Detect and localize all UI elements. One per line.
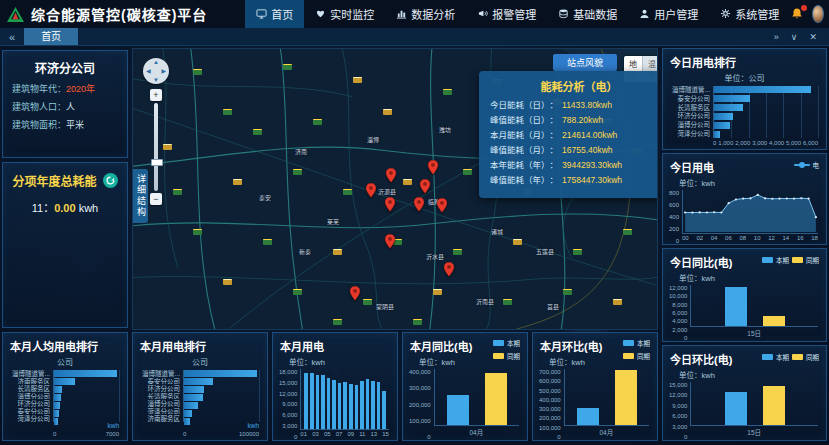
pan-left-icon[interactable]: ◀ [146,67,151,74]
road-shield-icon [283,64,292,70]
pan-up-icon[interactable]: ▲ [153,59,159,65]
nav-item-7[interactable]: 系统管理 [709,0,790,28]
road-shield-icon [443,89,452,95]
road-shield-icon [413,319,422,325]
road-shield-icon [573,249,582,255]
zoom-slider-handle[interactable] [151,159,163,166]
map-pin-icon[interactable] [437,198,448,213]
city-label: 泰安 [259,193,271,202]
road-shield-icon [193,229,202,235]
shandong-expressway-logo [6,6,25,23]
chart-subtitle: 公司 [133,355,267,369]
compare-period-bar [763,386,785,425]
legend-label: 同期 [806,255,819,265]
month-yoy-panel: 本月同比(电) 本期 同期 单位：kwh 400,000300,000200,0… [402,332,528,441]
bar [304,373,308,429]
chevrons-left-icon[interactable]: « [0,31,24,43]
map-pin-icon[interactable] [428,160,439,175]
bar [343,382,347,429]
pan-down-icon[interactable]: ▼ [153,77,159,83]
nav-item-4[interactable]: 报警管理 [466,0,547,28]
map-container[interactable]: 济南淄博潍坊安丘泰安沂源县临朐县莱芜新泰沂水县诸城五莲县蒙阴县沂南县莒县 ▲ ▼… [132,48,658,330]
nav-item-5[interactable]: 基础数据 [547,0,628,28]
map-pin-icon[interactable] [385,234,396,249]
map-zoom-control[interactable]: + − [150,89,162,205]
map-pin-icon[interactable] [350,286,361,301]
notification-badge [801,5,807,11]
road-shield-icon [503,299,512,305]
pan-right-icon[interactable]: ▶ [161,67,166,74]
road-shield-icon [313,119,322,125]
map-pin-icon[interactable] [366,183,377,198]
city-label: 莒县 [547,302,559,311]
road-shield-icon [333,249,342,255]
map-pin-icon[interactable] [420,179,431,194]
top-nav-bar: 综合能源管控(碳核查)平台 首页实时监控数据分析报警管理基础数据用户管理系统管理… [0,0,829,28]
nav-item-6[interactable]: 用户管理 [628,0,709,28]
today-yoy-panel: 今日同比(电) 本期 同期 单位：kwh 12,00010,0008,0006,… [662,248,827,342]
road-shield-icon [623,229,632,235]
today-mom-panel: 今日环比(电) 本期 同期 单位：kwh 15,00012,0009,0006,… [662,345,827,441]
city-label: 莱芜 [327,217,339,226]
zoom-slider[interactable] [154,103,158,191]
zoom-in-button[interactable]: + [150,89,162,101]
month-power-chart: 18,00015,00012,0009,0006,0003,0000010305… [273,369,397,440]
popup-row: 今日能耗（日）：11433.80kwh [490,98,658,113]
tab-home[interactable]: 首页 [24,28,78,45]
map-pin-icon[interactable] [386,168,397,183]
city-label: 沂水县 [426,252,444,261]
popup-row: 峰值能耗（年）：1758447.30kwh [490,173,658,188]
panel-title: 今日环比(电) [663,346,739,368]
nav-item-2[interactable]: 实时监控 [304,0,385,28]
bar [310,373,314,429]
chevrons-right-icon[interactable]: » [774,32,779,42]
month-mom-chart: 700,000600,000500,000400,000300,000200,0… [533,369,657,440]
popup-title: 能耗分析（电） [490,78,658,98]
compare-period-bar [763,316,785,326]
city-label: 五莲县 [536,247,554,256]
rank-bar-row [714,86,818,94]
refresh-circle-icon[interactable] [103,173,118,188]
bar [316,375,320,429]
site-view-button[interactable]: 站点风貌 [553,54,617,71]
today-ranking-panel: 今日用电排行 单位：公司 淄博隧道管...泰安分公司长清服务区环济分公司淄博分公… [662,48,827,150]
month-ranking-chart: 淄博隧道管...泰安分公司环济分公司长清服务区淄博分公司菏泽分公司济南服务区kw… [133,369,267,440]
panel-title: 本月用电排行 [133,333,267,355]
annual-energy-number: 0.00 [54,202,75,214]
rank-bar-row [184,378,259,385]
map-pin-icon[interactable] [414,197,425,212]
zoom-out-button[interactable]: − [150,193,162,205]
company-panel-title: 环济分公司 [3,51,127,77]
app-root: 综合能源管控(碳核查)平台 首页实时监控数据分析报警管理基础数据用户管理系统管理… [0,0,829,445]
legend-label: 本期 [776,352,789,362]
road-shield-icon [563,289,572,295]
heart-icon [315,8,326,21]
today-ranking-chart: 淄博隧道管...泰安分公司长清服务区环济分公司淄博分公司菏泽分公司01,0002… [663,85,826,149]
detail-structure-button[interactable]: 详细结构 [133,169,148,223]
legend-chip-compare [792,257,803,263]
rank-bar-row [54,394,119,401]
city-label: 蒙阴县 [376,302,394,311]
road-shield-icon [173,189,182,195]
topbar-right: 管理员 ▼ [790,0,829,34]
legend-chip-current [493,340,504,346]
map-pin-icon[interactable] [385,197,396,212]
nav-item-3[interactable]: 数据分析 [385,0,466,28]
legend-line-icon [794,164,810,166]
road-shield-icon [613,299,622,305]
current-period-bar [725,392,747,425]
popup-row: 峰值能耗（月）：16755.40kwh [490,143,658,158]
road-shield-icon [363,299,372,305]
notification-bell-icon[interactable] [790,7,804,21]
nav-item-1[interactable]: 首页 [245,0,304,28]
map-pan-control[interactable]: ▲ ▼ ◀ ▶ [143,58,169,84]
user-avatar[interactable] [812,5,823,23]
rank-bar-row [184,410,259,417]
month-per-capita-ranking-chart: 淄博隧道管...济南服务区长清服务区淄博分公司环济分公司泰安分公司菏泽分公司kw… [3,369,127,440]
unit-label: 单位：kwh [663,368,826,382]
road-shield-icon [383,109,392,115]
map-pin-icon[interactable] [444,262,455,277]
panel-title: 本月人均用电排行 [3,333,127,355]
city-label: 新泰 [299,247,311,256]
panel-title: 今日同比(电) [663,249,739,271]
